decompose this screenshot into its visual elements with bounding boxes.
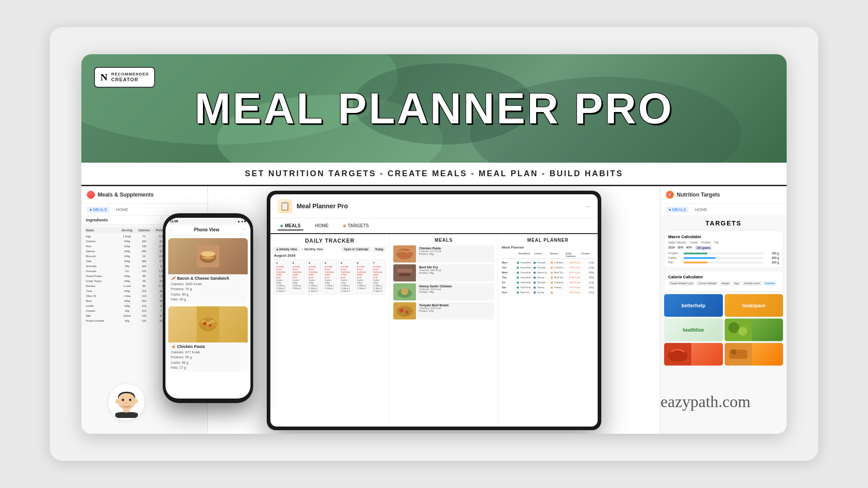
- meal-img-1: [393, 245, 416, 263]
- fat-slider[interactable]: [684, 262, 764, 263]
- svg-point-10: [396, 249, 413, 259]
- fat-fill: [684, 262, 708, 263]
- tablet-content: DAILY TRACKER ● Weekly View ○ Monthly Vi…: [270, 234, 598, 427]
- svg-point-18: [396, 306, 413, 317]
- calendar-controls: ● Weekly View ○ Monthly View Open in Cal…: [274, 247, 386, 252]
- left-panel-header: Meals & Supplements: [81, 186, 208, 204]
- outer-container: N RECOMMENDED CREATOR MEAL PLANNER PRO S…: [50, 27, 818, 461]
- th-cal: Calories: [136, 229, 152, 232]
- phone-status-bar: 11:06 ▲ ● ■: [165, 218, 250, 225]
- ctrl-current-weight: Current Weight: [696, 281, 718, 286]
- meal-info-3: Honey Garlic Chicken Calories: 520 Kcal …: [418, 283, 494, 300]
- svg-point-30: [122, 399, 124, 401]
- tab-targets[interactable]: TARGETS: [340, 222, 372, 230]
- meal-planner-heading: MEAL PLANNER: [502, 238, 594, 243]
- phone-meal-info-1: Calories: 1000 Kcals Proteins: 70 g Carb…: [168, 282, 248, 304]
- planner-rows: Mon Smoothie Teriyaki Beef Chicken Pasti…: [502, 260, 594, 295]
- calorie-calculator: Calorie Calculator Target Weight Loss Cu…: [664, 271, 783, 291]
- tablet-minimize[interactable]: —: [586, 204, 590, 209]
- svg-point-33: [134, 399, 138, 404]
- badge-text: RECOMMENDED CREATOR: [111, 72, 149, 83]
- phone-meal-1: 🥓 Bacon & Cheese Sandwich Calories: 1000…: [168, 238, 248, 304]
- healthline-card: healthline: [664, 319, 723, 341]
- carbs-fill: [684, 257, 716, 259]
- macro-calc-title: Macro Calculator: [668, 235, 779, 239]
- right-nav-meals[interactable]: ● MEALS: [666, 206, 689, 213]
- phone-header: ‹ Phone View ⋯: [165, 225, 250, 235]
- targets-title: TARGETS: [664, 220, 783, 227]
- open-calendar-btn[interactable]: Open in Calendar: [341, 247, 371, 252]
- badge-recommended: RECOMMENDED: [111, 72, 149, 77]
- macro-sliders: Protein 150 g Carbs: [668, 252, 779, 264]
- daily-entry-6: 6 ● Daily Entry Calories: 2050 kcal Carb…: [355, 259, 370, 295]
- meal-planner-section: MEAL PLANNER Meal Planner Breakfast Lunc…: [498, 234, 598, 427]
- today-btn[interactable]: Today: [373, 247, 386, 252]
- cal-view-monthly[interactable]: ○ Monthly View: [299, 247, 326, 252]
- tab-home[interactable]: HOME: [312, 222, 331, 230]
- phone-back[interactable]: ‹: [170, 228, 171, 232]
- targets-section: TARGETS Macro Calculator Daily Calories …: [660, 216, 787, 369]
- meal-img-2: [393, 264, 416, 282]
- svg-point-25: [668, 349, 688, 362]
- food-card-3: [725, 343, 783, 366]
- planner-headers: Breakfast Lunch Dinner Daily Calories Pr…: [502, 251, 594, 259]
- daily-tracker-title: DAILY TRACKER: [274, 238, 386, 244]
- svg-point-31: [129, 399, 132, 401]
- ctrl-age: Age: [732, 281, 741, 286]
- protein-slider[interactable]: [684, 253, 764, 254]
- planner-row: Sat Smoothie Honey Garlic Honey Garlic 1…: [502, 285, 594, 290]
- svg-rect-12: [397, 269, 412, 272]
- daily-entry-2: 2 ● Daily Entry Calories: 2100 kcal Carb…: [290, 259, 305, 295]
- tablet-screen: 📋 Meal Planner Pro — MEALS HOME: [270, 194, 598, 427]
- meal-info-1: Chicken Pasta Calories: 677 Kcal Protein…: [418, 245, 494, 263]
- meal-card-1: Chicken Pasta Calories: 677 Kcal Protein…: [393, 245, 494, 263]
- target-icon: 🎯: [666, 191, 674, 199]
- svg-rect-13: [399, 273, 410, 276]
- tab-dot-meals: [280, 225, 283, 227]
- right-nav-tabs: ● MEALS HOME: [660, 204, 787, 216]
- svg-point-4: [201, 251, 215, 257]
- ctrl-weight-loss: Target Weight Loss: [668, 281, 695, 286]
- headspace-text: headspace: [742, 303, 765, 308]
- meal-planner-subtitle: Meal Planner: [502, 245, 594, 249]
- left-nav-home[interactable]: HOME: [113, 206, 131, 213]
- planner-row: Thu Smoothie Honey Garlic Beef Stir Fry …: [502, 275, 594, 280]
- macro-controls: Daily Calories Carbs Protein Fat: [668, 241, 779, 244]
- avatar-circle: [108, 384, 145, 420]
- daily-entry-5: 5 ● Daily Entry Calories: 1750 kcal Carb…: [339, 259, 354, 295]
- planner-row: Sun Beef Stir Fry Honey Garlic 1803 Kcal…: [502, 290, 594, 295]
- svg-point-22: [728, 322, 739, 333]
- tablet-header: 📋 Meal Planner Pro —: [270, 194, 598, 218]
- calorie-controls: Target Weight Loss Current Weight Height…: [668, 281, 779, 286]
- phone-signal: ▲ ● ■: [237, 220, 246, 223]
- headspace-card: headspace: [725, 294, 783, 317]
- phone-screen: 11:06 ▲ ● ■ ‹ Phone View ⋯: [165, 218, 250, 399]
- phone-meal-img-1: [168, 238, 248, 274]
- th-name: Name: [86, 229, 118, 232]
- notion-badge[interactable]: N RECOMMENDED CREATOR: [94, 67, 155, 88]
- svg-point-16: [401, 288, 408, 295]
- svg-point-8: [209, 324, 212, 327]
- carbs-slider[interactable]: [684, 257, 764, 259]
- avatar-container: [108, 384, 145, 420]
- tab-dot-targets: [343, 225, 346, 227]
- phone-more[interactable]: ⋯: [242, 228, 246, 232]
- right-nav-home[interactable]: HOME: [692, 206, 710, 213]
- svg-point-32: [115, 399, 119, 404]
- subtitle-text: SET NUTRITION TARGETS - CREATE MEALS - M…: [245, 169, 623, 178]
- tab-meals[interactable]: MEALS: [278, 222, 303, 230]
- header-section: N RECOMMENDED CREATOR MEAL PLANNER PRO: [81, 54, 787, 163]
- avatar-face: [111, 386, 142, 418]
- svg-point-7: [203, 322, 207, 325]
- meal-cards: Chicken Pasta Calories: 677 Kcal Protein…: [393, 245, 494, 319]
- ctrl-height: Height: [720, 281, 731, 286]
- meal-card-4: Teriyaki Beef Bowls Calories: 640 Kcal P…: [393, 302, 494, 319]
- resources-section: betterhelp headspace healthline: [664, 294, 783, 366]
- cal-view-weekly[interactable]: ● Weekly View: [274, 247, 299, 252]
- main-title: MEAL PLANNER PRO: [194, 87, 674, 130]
- daily-entry-4: 4 ● Daily Entry Calories: 2200 kcal Carb…: [322, 259, 337, 295]
- healthline-text: healthline: [683, 328, 704, 333]
- phone-meal-title-2: 🍝 Chicken Pasta: [168, 343, 248, 350]
- left-nav-meals[interactable]: ● MEALS: [87, 206, 109, 213]
- center-tablet: 📋 Meal Planner Pro — MEALS HOME: [267, 191, 601, 430]
